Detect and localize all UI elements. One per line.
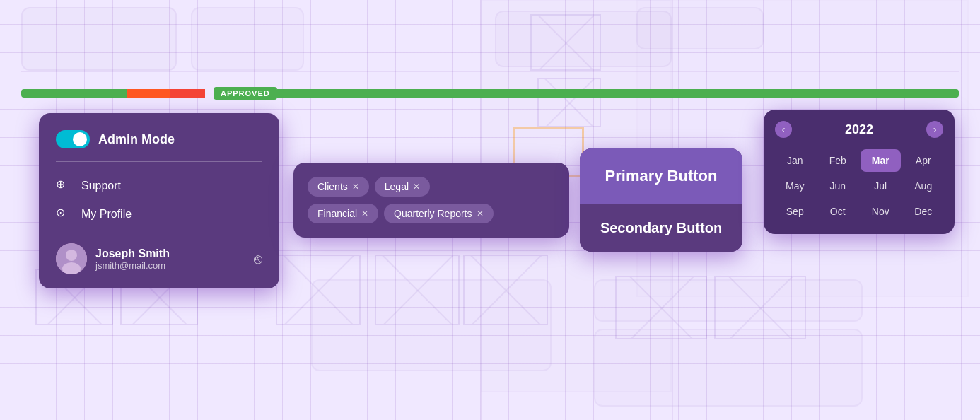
tab-clients-label: Clients	[317, 181, 348, 192]
cards-container: Admin Mode ⊕ Support ⊙ My Profile Joseph…	[0, 0, 980, 420]
cal-month-aug[interactable]: Aug	[904, 175, 944, 197]
admin-mode-toggle[interactable]	[56, 130, 90, 148]
my-profile-menu-item[interactable]: ⊙ My Profile	[56, 200, 262, 228]
tab-legal-label: Legal	[385, 181, 409, 192]
tabs-row-2: Financial ✕ Quarterly Reports ✕	[308, 204, 555, 223]
tabs-card: Clients ✕ Legal ✕ Financial ✕ Quarterly …	[293, 163, 569, 238]
tab-quarterly-reports-label: Quarterly Reports	[394, 208, 472, 219]
support-menu-item[interactable]: ⊕ Support	[56, 172, 262, 200]
support-icon: ⊕	[56, 177, 73, 194]
cal-month-mar[interactable]: Mar	[861, 149, 901, 172]
admin-mode-label: Admin Mode	[98, 132, 175, 147]
tab-legal-close[interactable]: ✕	[413, 182, 420, 192]
status-segment-red	[170, 89, 205, 98]
support-label: Support	[81, 180, 121, 192]
cal-month-jan[interactable]: Jan	[775, 149, 815, 172]
tab-clients-close[interactable]: ✕	[352, 182, 359, 192]
user-row: Joseph Smith jsmith@mail.com ⎋	[56, 243, 262, 274]
tabs-row: Clients ✕ Legal ✕	[308, 177, 555, 197]
admin-mode-row: Admin Mode	[56, 130, 262, 148]
user-name: Joseph Smith	[95, 247, 245, 260]
calendar-next-button[interactable]: ›	[926, 121, 943, 138]
primary-button[interactable]: Primary Button	[580, 148, 742, 204]
my-profile-icon: ⊙	[56, 206, 73, 223]
cal-month-jun[interactable]: Jun	[818, 175, 858, 197]
cal-month-oct[interactable]: Oct	[818, 200, 858, 223]
tab-clients[interactable]: Clients ✕	[308, 177, 369, 197]
my-profile-label: My Profile	[81, 208, 132, 221]
calendar-prev-button[interactable]: ‹	[775, 121, 792, 138]
cal-month-apr[interactable]: Apr	[904, 149, 944, 172]
cal-month-may[interactable]: May	[775, 175, 815, 197]
tab-financial-close[interactable]: ✕	[361, 209, 368, 218]
tab-financial[interactable]: Financial ✕	[308, 204, 378, 223]
user-avatar	[56, 243, 87, 274]
cal-month-sep[interactable]: Sep	[775, 200, 815, 223]
calendar-grid: Jan Feb Mar Apr May Jun Jul Aug Sep Oct …	[775, 149, 943, 223]
status-segment-green	[21, 89, 127, 98]
cal-month-feb[interactable]: Feb	[818, 149, 858, 172]
status-line-green	[277, 89, 959, 98]
calendar-year: 2022	[845, 122, 873, 137]
secondary-button[interactable]: Secondary Button	[580, 204, 742, 252]
menu-divider-bottom	[56, 233, 262, 233]
tab-quarterly-reports[interactable]: Quarterly Reports ✕	[384, 204, 493, 223]
logout-icon[interactable]: ⎋	[254, 251, 262, 267]
tab-financial-label: Financial	[317, 208, 357, 219]
menu-divider-top	[56, 161, 262, 162]
calendar-header: ‹ 2022 ›	[775, 121, 943, 138]
user-info: Joseph Smith jsmith@mail.com	[95, 247, 245, 271]
buttons-card: Primary Button Secondary Button	[580, 148, 742, 252]
tab-legal[interactable]: Legal ✕	[375, 177, 430, 197]
tab-quarterly-reports-close[interactable]: ✕	[477, 209, 484, 218]
status-segment-orange	[127, 89, 170, 98]
svg-point-1	[66, 250, 77, 261]
status-badge: APPROVED	[214, 87, 277, 100]
profile-menu-card: Admin Mode ⊕ Support ⊙ My Profile Joseph…	[39, 113, 279, 288]
cal-month-nov[interactable]: Nov	[861, 200, 901, 223]
calendar-card: ‹ 2022 › Jan Feb Mar Apr May Jun Jul Aug…	[764, 110, 955, 234]
status-bar: APPROVED	[21, 83, 959, 103]
cal-month-jul[interactable]: Jul	[861, 175, 901, 197]
cal-month-dec[interactable]: Dec	[904, 200, 944, 223]
user-email: jsmith@mail.com	[95, 260, 245, 271]
